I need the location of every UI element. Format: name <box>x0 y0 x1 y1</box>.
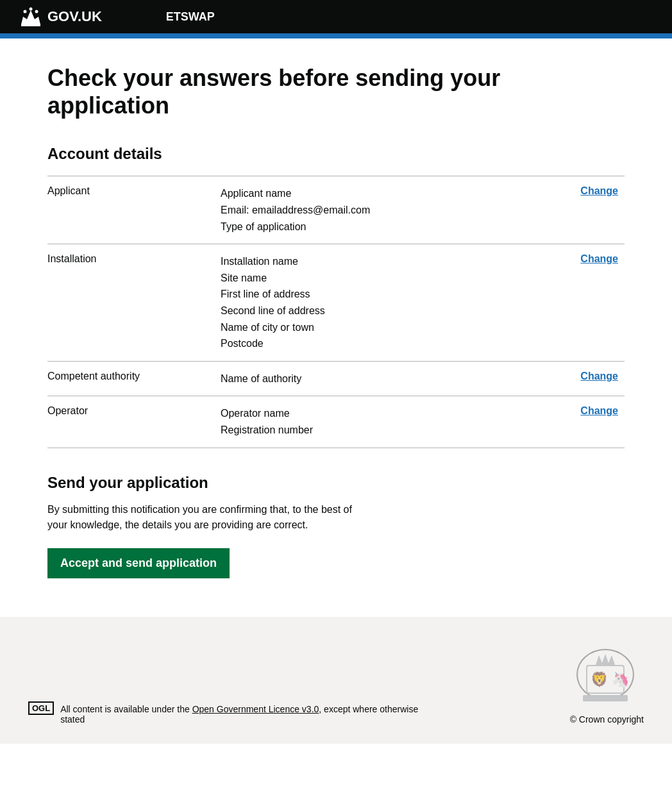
account-details-section: Account details Applicant Applicant name… <box>47 145 625 448</box>
change-competent-authority-link[interactable]: Change <box>580 371 618 381</box>
gov-logo[interactable]: GOV.UK <box>19 6 102 27</box>
send-description: By submitting this notification you are … <box>47 502 368 533</box>
ogl-logo: OGL <box>28 701 54 715</box>
row-action-applicant[interactable]: Change <box>567 176 625 244</box>
footer-licence-link[interactable]: Open Government Licence v3.0 <box>192 704 319 714</box>
row-action-competent-authority[interactable]: Change <box>567 361 625 396</box>
svg-point-2 <box>29 8 33 11</box>
table-row: Operator Operator name Registration numb… <box>47 396 625 448</box>
row-value-competent-authority: Name of authority <box>221 361 567 396</box>
site-footer: OGL All content is available under the O… <box>0 617 672 744</box>
row-key-competent-authority: Competent authority <box>47 361 221 396</box>
svg-rect-11 <box>583 695 628 701</box>
blue-bar <box>0 33 672 38</box>
change-applicant-link[interactable]: Change <box>580 185 618 196</box>
table-row: Competent authority Name of authority Ch… <box>47 361 625 396</box>
footer-logo-area: OGL All content is available under the O… <box>28 701 445 725</box>
svg-rect-0 <box>21 24 40 26</box>
footer-inner: OGL All content is available under the O… <box>28 642 644 725</box>
service-name: ETSWAP <box>166 10 215 24</box>
change-installation-link[interactable]: Change <box>580 253 618 264</box>
footer-crown-area: 🦁 🦄 © Crown copyright <box>567 642 644 725</box>
send-application-section: Send your application By submitting this… <box>47 474 625 578</box>
page-title: Check your answers before sending your a… <box>47 64 625 119</box>
accept-send-button[interactable]: Accept and send application <box>47 548 230 578</box>
footer-licence-prefix: All content is available under the <box>60 704 190 714</box>
send-application-heading: Send your application <box>47 474 625 492</box>
footer-crown-icon: 🦁 🦄 <box>567 642 644 707</box>
row-key-installation: Installation <box>47 244 221 362</box>
table-row: Applicant Applicant name Email: emailadd… <box>47 176 625 244</box>
summary-table: Applicant Applicant name Email: emailadd… <box>47 176 625 448</box>
site-header: GOV.UK ETSWAP <box>0 0 672 33</box>
account-details-heading: Account details <box>47 145 625 163</box>
main-content: Check your answers before sending your a… <box>28 38 644 617</box>
svg-point-3 <box>35 10 38 13</box>
row-value-applicant: Applicant name Email: emailaddress@email… <box>221 176 567 244</box>
row-value-installation: Installation name Site name First line o… <box>221 244 567 362</box>
row-action-operator[interactable]: Change <box>567 396 625 448</box>
row-key-applicant: Applicant <box>47 176 221 244</box>
table-row: Installation Installation name Site name… <box>47 244 625 362</box>
crown-icon <box>19 6 42 27</box>
change-operator-link[interactable]: Change <box>580 405 618 416</box>
row-value-operator: Operator name Registration number <box>221 396 567 448</box>
svg-text:🦁: 🦁 <box>591 671 609 688</box>
svg-point-1 <box>24 10 27 13</box>
row-key-operator: Operator <box>47 396 221 448</box>
row-action-installation[interactable]: Change <box>567 244 625 362</box>
gov-uk-label: GOV.UK <box>47 8 102 25</box>
footer-licence-text: All content is available under the Open … <box>60 701 445 725</box>
svg-text:🦄: 🦄 <box>612 671 630 688</box>
footer-copyright: © Crown copyright <box>567 714 644 725</box>
